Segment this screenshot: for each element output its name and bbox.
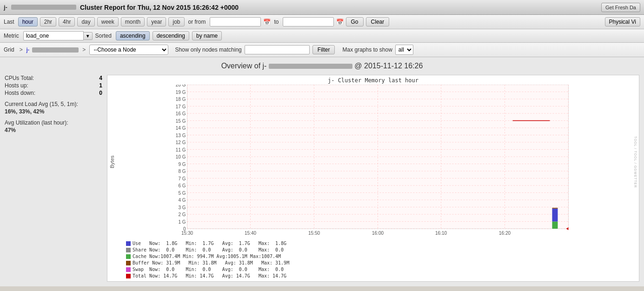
- filter-input[interactable]: [245, 45, 310, 54]
- chart-svg: 20 G 19 G 18 G 17 G 16 G 15 G 14 G 13 G …: [117, 85, 639, 238]
- hosts-down-label: Hosts down:: [5, 90, 35, 96]
- cpus-total-value: 4: [99, 75, 102, 81]
- legend-buffer-color: [126, 261, 131, 265]
- time-btn-4hr[interactable]: 4hr: [59, 17, 75, 26]
- chart-wrapper: j- Cluster Memory last hour Bytes: [107, 75, 639, 282]
- legend-total: Total Now: 14.7G Min: 14.7G Avg: 14.7G M…: [126, 273, 635, 279]
- svg-text:10 G: 10 G: [176, 154, 186, 159]
- hosts-down-value: 0: [99, 90, 102, 96]
- legend-use-text: Use Now: 1.8G Min: 1.7G Avg: 1.7G Max: 1…: [133, 240, 286, 247]
- svg-rect-58: [552, 209, 558, 222]
- breadcrumb-sep2: >: [82, 46, 86, 53]
- svg-text:6 G: 6 G: [178, 183, 186, 188]
- physical-view-button[interactable]: Physical Vi: [605, 17, 640, 26]
- chart-side-label: TOOL / TOOL / GGWETTER: [634, 136, 637, 188]
- svg-text:3 G: 3 G: [178, 205, 186, 210]
- svg-text:7 G: 7 G: [178, 176, 186, 181]
- metric-dropdown-button[interactable]: ▼: [84, 32, 93, 40]
- time-btn-day[interactable]: day: [77, 17, 94, 26]
- max-graphs-label: Max graphs to show: [342, 46, 392, 53]
- max-graphs-select[interactable]: all: [395, 45, 413, 55]
- load-avg-value: 16%, 33%, 42%: [5, 108, 102, 115]
- overview-layout: CPUs Total: 4 Hosts up: 1 Hosts down: 0 …: [5, 75, 639, 282]
- time-btn-2hr[interactable]: 2hr: [40, 17, 56, 26]
- overview-title-redacted: [269, 64, 352, 69]
- toolbar-row3: Grid > j- > --Choose a Node Show only no…: [0, 43, 644, 57]
- svg-text:12 G: 12 G: [176, 140, 186, 145]
- last-label: Last: [4, 19, 14, 25]
- clear-button[interactable]: Clear: [366, 17, 390, 26]
- svg-text:20 G: 20 G: [176, 85, 186, 87]
- legend-share: Share Now: 0.0 Min: 0.0 Avg: 0.0 Max: 0.…: [126, 247, 635, 253]
- load-avg-section: Current Load Avg (15, 5, 1m): 16%, 33%, …: [5, 101, 102, 115]
- svg-text:8 G: 8 G: [178, 169, 186, 174]
- title-bar-left: j- Cluster Report for Thu, 12 Nov 2015 1…: [4, 4, 239, 11]
- grid-label: Grid: [4, 46, 14, 53]
- cpus-total-row: CPUs Total: 4: [5, 75, 102, 81]
- grid-link-redacted: [32, 47, 79, 53]
- svg-text:2 G: 2 G: [178, 212, 186, 217]
- legend-cache: Cache Now:1007.4M Min: 994.7M Avg:1005.1…: [126, 253, 635, 260]
- legend-cache-color: [126, 254, 131, 259]
- to-label: to: [274, 19, 279, 25]
- svg-text:9 G: 9 G: [178, 162, 186, 167]
- svg-text:15:30: 15:30: [181, 231, 193, 236]
- from-date-input[interactable]: [210, 17, 261, 26]
- legend-total-text: Total Now: 14.7G Min: 14.7G Avg: 14.7G M…: [133, 273, 286, 279]
- legend-share-color: [126, 248, 131, 252]
- svg-text:15:50: 15:50: [308, 231, 320, 236]
- to-calendar-icon[interactable]: 📅: [336, 19, 344, 26]
- node-select[interactable]: --Choose a Node: [89, 45, 168, 55]
- svg-text:14 G: 14 G: [176, 126, 186, 131]
- sort-ascending-button[interactable]: ascending: [116, 31, 150, 40]
- time-btn-month[interactable]: month: [121, 17, 145, 26]
- svg-text:17 G: 17 G: [176, 104, 186, 109]
- filter-button[interactable]: Filter: [312, 45, 335, 54]
- hosts-up-value: 1: [99, 82, 102, 89]
- avg-util-value: 47%: [5, 127, 102, 133]
- hosts-up-row: Hosts up: 1: [5, 82, 102, 89]
- time-btn-year[interactable]: year: [147, 17, 166, 26]
- time-btn-week[interactable]: week: [97, 17, 119, 26]
- svg-text:16 G: 16 G: [176, 111, 186, 116]
- get-fresh-button[interactable]: Get Fresh Da: [601, 3, 640, 12]
- legend-swap-text: Swap Now: 0.0 Min: 0.0 Avg: 0.0 Max: 0.0: [133, 266, 284, 273]
- to-date-input[interactable]: [283, 17, 334, 26]
- legend-use: Use Now: 1.8G Min: 1.7G Avg: 1.7G Max: 1…: [126, 240, 635, 247]
- app-icon-redacted: [11, 5, 76, 10]
- chart-title: j- Cluster Memory last hour: [107, 75, 639, 85]
- svg-text:19 G: 19 G: [176, 90, 186, 95]
- metric-select-wrapper: ▼: [23, 31, 93, 40]
- from-calendar-icon[interactable]: 📅: [263, 19, 271, 26]
- avg-util-label: Avg Utilization (last hour):: [5, 119, 102, 126]
- legend-use-color: [126, 241, 131, 246]
- legend-swap-color: [126, 267, 131, 272]
- sorted-label: Sorted: [95, 33, 112, 39]
- time-btn-hour[interactable]: hour: [18, 17, 38, 26]
- hosts-down-row: Hosts down: 0: [5, 90, 102, 96]
- svg-text:5 G: 5 G: [178, 191, 186, 196]
- metric-input[interactable]: [23, 31, 84, 40]
- hosts-up-label: Hosts up:: [5, 82, 28, 89]
- svg-text:18 G: 18 G: [176, 97, 186, 102]
- svg-text:16:10: 16:10: [435, 231, 447, 236]
- svg-rect-57: [552, 222, 558, 229]
- legend-buffer-text: Buffer Now: 31.9M Min: 31.8M Avg: 31.8M …: [133, 260, 289, 266]
- y-axis-label: Bytes: [107, 85, 117, 239]
- grid-link[interactable]: j-: [27, 46, 30, 53]
- go-button[interactable]: Go: [346, 17, 364, 26]
- chart-inner: 20 G 19 G 18 G 17 G 16 G 15 G 14 G 13 G …: [117, 85, 639, 239]
- time-btn-job[interactable]: job: [168, 17, 184, 26]
- svg-text:16:20: 16:20: [499, 231, 511, 236]
- svg-rect-59: [552, 208, 558, 209]
- svg-text:11 G: 11 G: [176, 147, 186, 152]
- legend-buffer: Buffer Now: 31.9M Min: 31.8M Avg: 31.8M …: [126, 260, 635, 266]
- stats-panel: CPUs Total: 4 Hosts up: 1 Hosts down: 0 …: [5, 75, 102, 282]
- legend-total-color: [126, 274, 131, 278]
- sort-descending-button[interactable]: descending: [153, 31, 189, 40]
- main-content: Overview of j- @ 2015-11-12 16:26 CPUs T…: [0, 57, 644, 286]
- title-bar: j- Cluster Report for Thu, 12 Nov 2015 1…: [0, 0, 644, 15]
- cpus-total-label: CPUs Total:: [5, 75, 34, 81]
- sort-byname-button[interactable]: by name: [192, 31, 222, 40]
- svg-text:1 G: 1 G: [178, 219, 186, 225]
